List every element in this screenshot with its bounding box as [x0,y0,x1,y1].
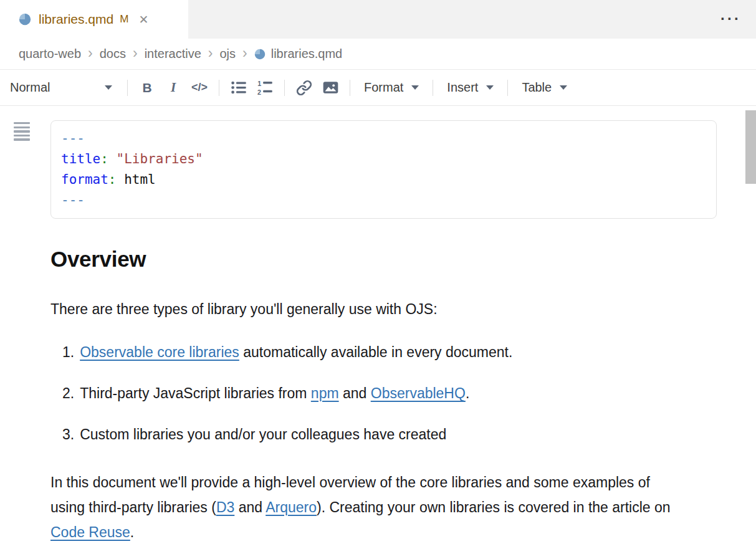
text-segment: Custom libraries you and/or your colleag… [80,426,446,442]
svg-text:2: 2 [257,88,261,96]
more-actions-icon[interactable]: ··· [720,10,741,27]
quarto-icon [254,49,266,60]
breadcrumb-item-docs[interactable]: docs [100,47,126,61]
list-item-number: 3. [62,425,74,444]
tab-libraries-qmd[interactable]: libraries.qmd M ✕ [0,0,188,39]
library-types-list: 1. Observable core libraries automatical… [50,343,717,444]
section-heading: Overview [50,246,717,272]
closing-paragraph: In this document we'll provide a high-le… [50,470,686,545]
insert-menu-label: Insert [447,80,478,95]
block-drag-handle-icon[interactable] [14,122,30,143]
breadcrumb: quarto-web › docs › interactive › ojs › … [0,39,756,70]
text-segment: . [466,385,469,401]
token-plain: html [117,172,156,187]
list-item-text: Custom libraries you and/or your colleag… [80,425,446,444]
chevron-down-icon [411,85,419,90]
tab-title: libraries.qmd [39,12,113,27]
code-button[interactable]: </> [186,75,213,100]
scrollbar-thumb[interactable] [745,110,756,184]
insert-menu[interactable]: Insert [439,75,501,100]
modified-badge: M [120,13,128,26]
intro-paragraph: There are three types of library you'll … [50,300,717,318]
bullet-list-button[interactable] [226,75,252,100]
breadcrumb-item-ojs[interactable]: ojs [219,47,236,61]
link-button[interactable] [291,75,317,100]
toolbar-separator [284,80,285,96]
chevron-down-icon [560,85,567,90]
tab-bar: libraries.qmd M ✕ ··· [0,0,756,39]
italic-button[interactable]: I [160,75,186,100]
inline-link[interactable]: Code Reuse [50,524,130,540]
chevron-right-icon: › [133,46,138,62]
paragraph-style-value: Normal [10,80,50,95]
inline-link[interactable]: ObservableHQ [371,385,466,401]
table-menu[interactable]: Table [514,75,575,100]
paragraph-style-dropdown[interactable]: Normal [9,80,121,95]
yaml-line: --- [61,190,706,211]
token-key: title [61,151,100,166]
document-editor[interactable]: --- title: "Libraries" format: html --- … [0,106,756,545]
text-segment: Third-party JavaScript libraries from [80,385,311,401]
chevron-right-icon: › [208,46,213,62]
format-menu[interactable]: Format [356,75,426,100]
yaml-line: title: "Libraries" [61,149,706,170]
token-key: format [61,172,108,187]
list-item: 3. Custom libraries you and/or your coll… [62,425,717,444]
bullet-list-icon [231,79,247,96]
link-icon [296,80,312,96]
list-item-number: 1. [62,343,74,361]
token-colon: : [100,151,108,166]
chevron-down-icon [486,85,494,90]
close-tab-icon[interactable]: ✕ [138,14,148,26]
chevron-right-icon: › [88,46,93,62]
image-button[interactable] [317,75,343,100]
toolbar-separator [433,80,433,96]
toolbar-separator [507,80,508,96]
list-item-text: Observable core libraries automatically … [80,343,512,361]
inline-link[interactable]: npm [311,385,339,401]
inline-link[interactable]: Arquero [266,499,317,515]
list-item: 1. Observable core libraries automatical… [62,343,717,361]
list-item: 2. Third-party JavaScript libraries from… [62,384,717,403]
formatting-toolbar: Normal B I </> 1 [0,70,756,106]
token-delim: --- [61,193,85,208]
inline-link[interactable]: D3 [216,499,234,515]
list-item-number: 2. [62,384,74,403]
breadcrumb-item-libraries-qmd[interactable]: libraries.qmd [271,47,342,61]
text-segment: . [130,524,134,540]
tab-bar-empty-space [188,0,756,39]
token-string: "Libraries" [117,151,203,166]
breadcrumb-item-quarto-web[interactable]: quarto-web [19,47,81,61]
numbered-list-button[interactable]: 1 2 [252,75,278,100]
toolbar-separator [350,80,350,96]
image-icon [322,79,339,96]
toolbar-separator [127,80,128,96]
breadcrumb-item-interactive[interactable]: interactive [145,47,201,61]
format-menu-label: Format [364,80,403,95]
toolbar-separator [219,80,219,96]
yaml-line: --- [61,128,706,149]
quarto-icon [19,13,31,26]
list-item-text: Third-party JavaScript libraries from np… [80,384,469,403]
text-segment: ). Creating your own libraries is covere… [317,499,671,515]
table-menu-label: Table [522,80,552,95]
inline-link[interactable]: Observable core libraries [80,344,239,360]
bold-button[interactable]: B [134,75,160,100]
yaml-line: format: html [61,170,706,190]
token-delim: --- [61,131,85,146]
text-segment: and [234,499,266,515]
chevron-down-icon [105,85,112,90]
chevron-right-icon: › [242,46,247,62]
token-plain [108,151,117,166]
yaml-front-matter-block[interactable]: --- title: "Libraries" format: html --- [50,120,717,219]
numbered-list-icon: 1 2 [257,79,274,96]
text-segment: and [339,385,371,401]
svg-text:1: 1 [257,80,261,87]
visual-editor-window: libraries.qmd M ✕ ··· quarto-web › docs … [0,0,756,554]
text-segment: automatically available in every documen… [239,344,513,360]
token-colon: : [108,172,117,187]
